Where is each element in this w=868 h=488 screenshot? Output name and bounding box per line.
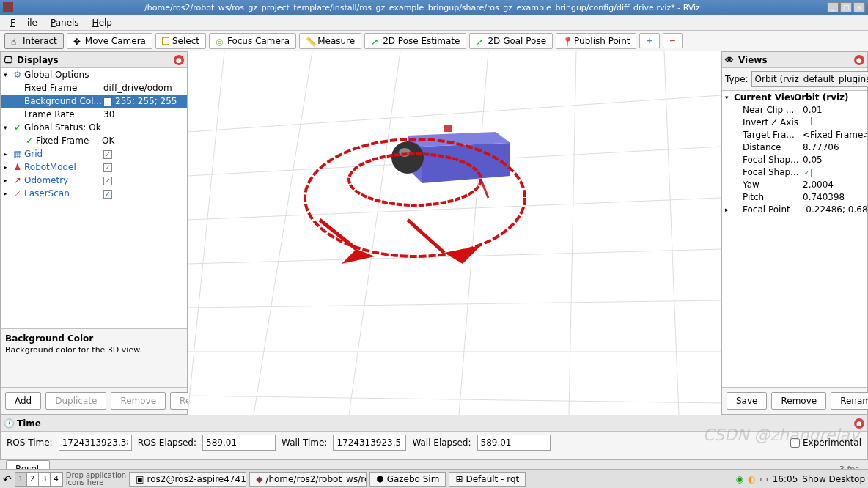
taskbar: ↶ 1 2 3 4 Drop applicationicons here ▣ro… bbox=[0, 469, 868, 488]
odometry-checkbox[interactable]: ✓ bbox=[103, 177, 112, 185]
workspace-3[interactable]: 3 bbox=[39, 473, 51, 486]
taskbar-rviz[interactable]: ◆/home/ros2/robot_ws/ro... bbox=[249, 472, 367, 487]
wall-elapsed-input[interactable] bbox=[477, 435, 551, 451]
measure-icon: 📏 bbox=[306, 37, 315, 45]
view-focal-point[interactable]: ▸Focal Point-0.22486; 0.6819... bbox=[722, 203, 867, 215]
ros-elapsed-label: ROS Elapsed: bbox=[138, 437, 196, 448]
display-global-options[interactable]: ▾⚙Global Options bbox=[1, 68, 187, 81]
view-near-clip[interactable]: Near Clip ...0.01 bbox=[722, 103, 867, 116]
display-odometry[interactable]: ▸↗Odometry✓ bbox=[1, 174, 187, 187]
taskbar-rqt[interactable]: ⊞Default - rqt bbox=[449, 472, 526, 487]
display-frame-rate[interactable]: Frame Rate30 bbox=[1, 108, 187, 121]
taskbar-gazebo[interactable]: ⬢Gazebo Sim bbox=[369, 472, 446, 487]
view-yaw[interactable]: Yaw2.0004 bbox=[722, 178, 867, 191]
views-remove-button[interactable]: Remove bbox=[771, 392, 826, 410]
tray-icon-2[interactable]: ◐ bbox=[748, 474, 755, 484]
show-desktop-button[interactable]: Show Desktop bbox=[802, 474, 865, 484]
drop-hint: Drop applicationicons here bbox=[66, 472, 126, 487]
laserscan-checkbox[interactable]: ✓ bbox=[103, 190, 112, 199]
wall-time-input[interactable] bbox=[333, 435, 406, 451]
clock[interactable]: 16:05 bbox=[773, 474, 798, 484]
viewport-scene bbox=[188, 51, 721, 415]
menu-file[interactable]: File bbox=[4, 15, 43, 30]
ros-elapsed-input[interactable] bbox=[202, 435, 276, 451]
interact-icon: ☝ bbox=[11, 37, 20, 45]
menu-panels[interactable]: Panels bbox=[45, 15, 85, 30]
displays-button-row: Add Duplicate Remove Rename bbox=[1, 387, 187, 414]
measure-button[interactable]: 📏Measure bbox=[299, 33, 361, 49]
views-rename-button[interactable]: Rename bbox=[831, 392, 868, 410]
svg-line-10 bbox=[459, 51, 488, 415]
display-status-fixed-frame[interactable]: ✓Fixed FrameOK bbox=[1, 134, 187, 147]
views-type-select[interactable]: Orbit (rviz_default_plugins) bbox=[751, 71, 868, 87]
views-close-button[interactable]: ● bbox=[854, 55, 864, 65]
experimental-checkbox[interactable] bbox=[790, 438, 800, 448]
color-swatch bbox=[103, 97, 112, 106]
pose-estimate-button[interactable]: ↗2D Pose Estimate bbox=[364, 33, 466, 49]
3d-viewport[interactable] bbox=[188, 51, 721, 415]
svg-line-8 bbox=[254, 51, 312, 415]
views-title: Views bbox=[738, 55, 768, 65]
window-maximize-button[interactable]: □ bbox=[840, 2, 852, 12]
workspace-4[interactable]: 4 bbox=[51, 473, 62, 486]
grid-checkbox[interactable]: ✓ bbox=[103, 150, 112, 159]
svg-line-24 bbox=[320, 220, 356, 249]
move-camera-button[interactable]: ✥Move Camera bbox=[67, 33, 152, 49]
displays-add-button[interactable]: Add bbox=[5, 392, 41, 410]
remove-tool-button[interactable]: − bbox=[663, 33, 683, 48]
view-distance[interactable]: Distance8.77706 bbox=[722, 141, 867, 153]
views-tree[interactable]: ▾Current ViewOrbit (rviz) Near Clip ...0… bbox=[722, 91, 867, 387]
focal-shape-checkbox[interactable]: ✓ bbox=[803, 169, 812, 177]
display-grid[interactable]: ▸▦Grid✓ bbox=[1, 147, 187, 160]
view-focal-shape1[interactable]: Focal Shap...0.05 bbox=[722, 153, 867, 166]
time-close-button[interactable]: ● bbox=[854, 418, 864, 429]
svg-line-2 bbox=[188, 198, 721, 220]
svg-line-6 bbox=[188, 396, 721, 403]
robotmodel-checkbox[interactable]: ✓ bbox=[103, 163, 112, 172]
add-tool-button[interactable]: + bbox=[639, 33, 659, 48]
rqt-icon: ⊞ bbox=[455, 474, 463, 484]
displays-tree[interactable]: ▾⚙Global Options Fixed Framediff_drive/o… bbox=[1, 68, 187, 328]
robot-body bbox=[391, 125, 510, 198]
display-robot-model[interactable]: ▸♟RobotModel✓ bbox=[1, 160, 187, 174]
system-tray: ◉ ◐ ▭ 16:05 Show Desktop bbox=[735, 474, 865, 484]
wall-elapsed-label: Wall Elapsed: bbox=[412, 437, 471, 448]
window-title: /home/ros2/robot_ws/ros_gz_project_templ… bbox=[18, 3, 827, 12]
select-button[interactable]: Select bbox=[155, 33, 206, 49]
views-save-button[interactable]: Save bbox=[727, 392, 767, 410]
window-close-button[interactable]: × bbox=[853, 2, 865, 12]
tray-icon-1[interactable]: ◉ bbox=[735, 474, 743, 484]
tray-icon-3[interactable]: ▭ bbox=[760, 474, 768, 484]
interact-button[interactable]: ☝Interact bbox=[4, 33, 64, 49]
publish-point-button[interactable]: 📍Publish Point bbox=[556, 33, 636, 49]
display-fixed-frame[interactable]: Fixed Framediff_drive/odom bbox=[1, 81, 187, 95]
views-header: 👁 Views ● bbox=[722, 52, 867, 68]
invert-z-checkbox[interactable] bbox=[803, 117, 812, 125]
display-background-color[interactable]: Background Col...255; 255; 255 bbox=[1, 95, 187, 108]
ros-time-input[interactable] bbox=[59, 435, 132, 451]
main-area: 🖵 Displays ● ▾⚙Global Options Fixed Fram… bbox=[0, 51, 868, 415]
view-pitch[interactable]: Pitch0.740398 bbox=[722, 191, 867, 203]
select-icon bbox=[162, 37, 169, 45]
view-focal-shape2[interactable]: Focal Shap...✓ bbox=[722, 166, 867, 178]
displays-duplicate-button[interactable]: Duplicate bbox=[45, 392, 106, 410]
menu-help[interactable]: Help bbox=[87, 15, 118, 30]
view-current[interactable]: ▾Current ViewOrbit (rviz) bbox=[722, 91, 867, 103]
workspace-2[interactable]: 2 bbox=[27, 473, 39, 486]
focus-camera-button[interactable]: ◎Focus Camera bbox=[209, 33, 296, 49]
time-header: 🕐 Time ● bbox=[1, 415, 867, 432]
displays-close-button[interactable]: ● bbox=[174, 55, 184, 65]
svg-line-7 bbox=[188, 51, 224, 415]
display-global-status[interactable]: ▾✓Global Status: Ok bbox=[1, 121, 187, 134]
display-laserscan[interactable]: ▸⟋LaserScan✓ bbox=[1, 187, 187, 200]
svg-rect-16 bbox=[444, 125, 452, 132]
window-minimize-button[interactable]: _ bbox=[827, 2, 839, 12]
view-invert-z[interactable]: Invert Z Axis bbox=[722, 116, 867, 128]
view-target-frame[interactable]: Target Fra...<Fixed Frame> bbox=[722, 128, 867, 141]
taskbar-terminal[interactable]: ▣ros2@ros2-aspire4741: ~... bbox=[129, 472, 246, 487]
goal-pose-button[interactable]: ↗2D Goal Pose bbox=[469, 33, 553, 49]
workspace-1[interactable]: 1 bbox=[15, 473, 27, 486]
undo-icon[interactable]: ↶ bbox=[3, 473, 12, 485]
displays-remove-button[interactable]: Remove bbox=[111, 392, 166, 410]
svg-line-25 bbox=[408, 220, 444, 253]
